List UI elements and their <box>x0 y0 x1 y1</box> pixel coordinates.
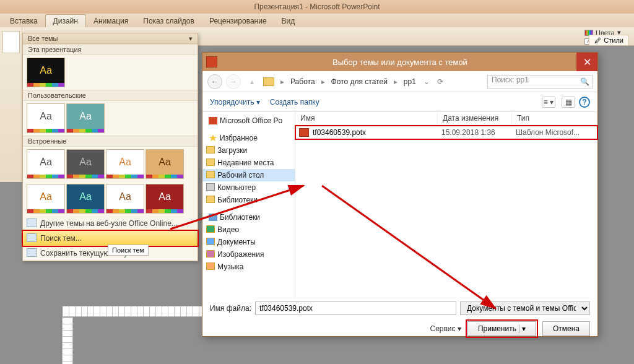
tree-item[interactable]: Музыка <box>202 261 295 273</box>
folder-tree: Microsoft Office Po Избранное Загрузки Н… <box>202 112 295 298</box>
theme-thumb[interactable]: Aa <box>66 103 105 133</box>
organize-dropdown[interactable]: Упорядочить ▾ <box>210 98 260 106</box>
col-name[interactable]: Имя <box>295 112 438 125</box>
col-date[interactable]: Дата изменения <box>438 112 512 125</box>
theme-thumb[interactable]: Aa <box>106 184 144 214</box>
tab-slideshow[interactable]: Показ слайдов <box>136 15 202 27</box>
styles-button[interactable]: 🖉 Стили <box>589 35 629 46</box>
tab-review[interactable]: Рецензирование <box>202 15 274 27</box>
view-mode-button[interactable]: ≡ ▾ <box>542 97 555 108</box>
search-icon: 🔍 <box>580 77 589 86</box>
ribbon-left-edge <box>0 27 22 182</box>
breadcrumb-item[interactable]: Фото для статей <box>331 77 388 86</box>
themes-gallery: Все темы ▾ Эта презентация Aa Пользовате… <box>22 33 198 261</box>
dialog-nav: ← → ▴ ▸ Работа ▸ Фото для статей ▸ pp1 ⌄… <box>202 71 597 92</box>
folder-icon <box>263 77 274 86</box>
tree-ms-office[interactable]: Microsoft Office Po <box>202 115 295 127</box>
col-type[interactable]: Тип <box>512 112 597 125</box>
breadcrumb-item[interactable]: pp1 <box>404 77 416 86</box>
tree-item[interactable]: Рабочий стол <box>202 169 295 181</box>
theme-thumb[interactable]: Aa <box>27 103 65 133</box>
tooltip: Поиск тем <box>108 245 149 256</box>
up-button[interactable]: ▴ <box>245 74 259 89</box>
theme-thumb[interactable]: Aa <box>106 149 144 179</box>
filename-input[interactable] <box>255 301 456 315</box>
file-name: tf03460539.potx <box>313 128 441 137</box>
close-button[interactable]: ✕ <box>576 53 597 71</box>
file-list: Имя Дата изменения Тип tf03460539.potx 1… <box>295 112 597 298</box>
tab-animation[interactable]: Анимация <box>86 15 136 27</box>
back-button[interactable]: ← <box>207 74 222 89</box>
ribbon-tabs: Вставка Дизайн Анимация Показ слайдов Ре… <box>0 14 634 27</box>
list-header: Имя Дата изменения Тип <box>295 112 597 126</box>
gallery-section-builtin: Встроенные <box>23 136 198 147</box>
help-icon[interactable]: ? <box>579 97 590 108</box>
file-date: 15.09.2018 1:36 <box>441 128 516 137</box>
tab-view[interactable]: Вид <box>274 15 303 27</box>
chevron-down-icon[interactable]: ⌄ <box>423 77 430 86</box>
title-bar: Презентация1 - Microsoft PowerPoint <box>0 0 634 14</box>
forward-button[interactable]: → <box>226 74 241 89</box>
file-type: Шаблон Microsof... <box>516 128 580 137</box>
tree-libraries[interactable]: Библиотеки <box>202 211 295 223</box>
apply-button[interactable]: Применить ▾ <box>467 321 536 336</box>
breadcrumb-item[interactable]: Работа <box>290 77 315 86</box>
theme-thumb[interactable]: Aa <box>145 149 184 179</box>
tree-item[interactable]: Загрузки <box>202 144 295 157</box>
potx-icon <box>299 128 309 137</box>
tree-item[interactable]: Изображения <box>202 248 295 261</box>
preview-pane-button[interactable]: ▦ <box>562 97 575 108</box>
tree-item[interactable]: Видео <box>202 223 295 236</box>
cancel-button[interactable]: Отмена <box>542 321 590 336</box>
theme-thumb[interactable]: Aa <box>145 184 184 214</box>
paste-icon[interactable] <box>2 31 20 53</box>
powerpoint-icon <box>206 56 217 67</box>
tree-item[interactable]: Компьютер <box>202 181 295 194</box>
refresh-icon[interactable]: ⟳ <box>437 77 443 86</box>
tree-item[interactable]: Недавние места <box>202 157 295 169</box>
theme-thumb[interactable]: Aa <box>27 149 65 179</box>
search-input[interactable]: Поиск: pp1 🔍 <box>487 75 593 89</box>
theme-thumb[interactable]: Aa <box>27 58 65 87</box>
vertical-ruler <box>62 317 73 364</box>
filename-label: Имя файла: <box>210 304 251 313</box>
tab-design[interactable]: Дизайн <box>45 14 86 27</box>
window-title: Презентация1 - Microsoft PowerPoint <box>254 2 380 11</box>
dialog-title: Выбор темы или документа с темой <box>332 58 467 67</box>
dialog-toolbar: Упорядочить ▾ Создать папку ≡ ▾ ▦ ? <box>202 92 597 112</box>
theme-thumb[interactable]: Aa <box>27 184 65 214</box>
dialog-body: Microsoft Office Po Избранное Загрузки Н… <box>202 112 597 298</box>
tools-dropdown[interactable]: Сервис ▾ <box>430 324 461 333</box>
tab-insert[interactable]: Вставка <box>2 15 45 27</box>
gallery-header: Все темы ▾ <box>23 33 198 44</box>
dialog-titlebar: Выбор темы или документа с темой ✕ <box>202 53 597 71</box>
gallery-section-this: Эта презентация <box>23 44 198 55</box>
tree-item[interactable]: Документы <box>202 236 295 248</box>
filetype-filter[interactable]: Документы с темой и темы Offic <box>460 301 590 315</box>
theme-thumb[interactable]: Aa <box>66 149 105 179</box>
more-themes-online[interactable]: Другие темы на веб-узле Office Online... <box>23 216 198 231</box>
dialog-bottom: Имя файла: Документы с темой и темы Offi… <box>202 298 597 342</box>
file-row[interactable]: tf03460539.potx 15.09.2018 1:36 Шаблон M… <box>295 126 597 139</box>
tree-item[interactable]: Библиотеки <box>202 194 295 206</box>
new-folder-button[interactable]: Создать папку <box>270 98 319 106</box>
theme-thumb[interactable]: Aa <box>66 184 105 214</box>
gallery-section-user: Пользовательские <box>23 90 198 101</box>
file-dialog: Выбор темы или документа с темой ✕ ← → ▴… <box>202 52 598 337</box>
tree-favorites[interactable]: Избранное <box>202 132 295 144</box>
